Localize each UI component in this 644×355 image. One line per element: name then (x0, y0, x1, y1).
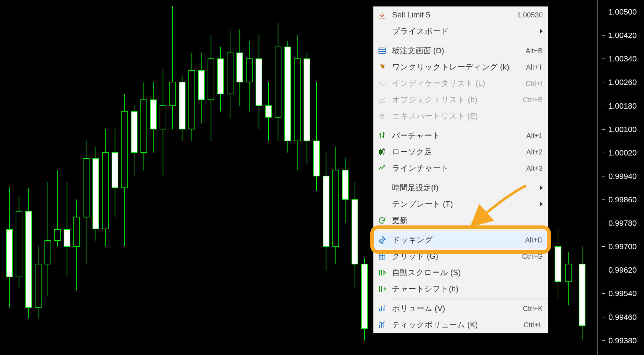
menu-item-shortcut: Alt+D (525, 236, 543, 244)
svg-rect-65 (313, 141, 320, 176)
cap-grey-icon (377, 111, 387, 121)
menu-item-docking[interactable]: ドッキングAlt+D (374, 232, 548, 248)
menu-item-indicator-list: インディケータリスト (L)Ctrl+I (374, 75, 548, 92)
axis-tick-label: 0.99860 (608, 195, 637, 204)
menu-item-grid[interactable]: グリッド (G)Ctrl+G (374, 248, 548, 264)
svg-rect-19 (93, 158, 99, 229)
svg-rect-37 (179, 82, 185, 129)
axis-tick-label: 1.00100 (608, 125, 637, 134)
axis-tick-label: 1.00260 (608, 78, 637, 87)
menu-item-timeframes[interactable]: 時間足設定(f) (374, 180, 548, 196)
autoscroll-icon (377, 268, 387, 278)
menu-item-shortcut: Ctrl+K (523, 305, 543, 313)
axis-tick-label: 1.00020 (608, 148, 637, 158)
svg-rect-96 (383, 149, 385, 153)
volume-icon (377, 304, 387, 313)
list-icon (377, 46, 387, 56)
menu-item-label: Sell Limit 5 (392, 10, 514, 20)
menu-item-tick-volumes[interactable]: ティックボリューム (K)Ctrl+L (374, 317, 548, 333)
axis-tick-label: 0.99380 (608, 336, 637, 345)
menu-item-label: ラインチャート (392, 163, 523, 174)
menu-separator (391, 126, 548, 126)
menu-item-price-board[interactable]: プライスボード (374, 23, 548, 39)
menu-item-label: エキスパートリスト (E) (392, 111, 543, 121)
line-green-icon (377, 163, 387, 173)
svg-rect-39 (189, 70, 195, 129)
menu-item-one-click-trading[interactable]: ワンクリックトレーディング (k)Alt+T (374, 59, 548, 75)
svg-rect-41 (198, 70, 204, 100)
menu-item-sell-limit[interactable]: Sell Limit 51.00530 (374, 7, 548, 23)
axis-tick-label: 0.99700 (608, 242, 637, 251)
menu-item-label: チャートシフト(h) (392, 284, 543, 294)
menu-item-volumes[interactable]: ボリューム (V)Ctrl+K (374, 300, 548, 317)
menu-separator (391, 230, 548, 230)
svg-rect-45 (218, 59, 224, 94)
menu-item-label: オブジェクトリスト (b) (392, 94, 519, 105)
menu-item-label: ローソク足 (392, 147, 523, 157)
menu-item-shortcut: Alt+1 (526, 132, 543, 140)
axis-tick-label: 1.00340 (608, 54, 637, 64)
menu-item-depth-of-market[interactable]: 板注文画面 (D)Alt+B (374, 43, 548, 59)
svg-rect-79 (566, 264, 572, 282)
price-axis: 1.005001.004201.003401.002601.001801.001… (597, 0, 644, 355)
menu-item-bar-chart[interactable]: バーチャートAlt+1 (374, 127, 548, 144)
axis-tick-label: 1.00500 (608, 7, 637, 17)
chart-context-menu[interactable]: Sell Limit 51.00530プライスボード板注文画面 (D)Alt+B… (373, 6, 548, 333)
svg-rect-75 (361, 264, 367, 329)
pin-icon (377, 235, 387, 245)
svg-rect-53 (256, 59, 262, 105)
svg-rect-43 (208, 59, 214, 100)
menu-item-autoscroll[interactable]: 自動スクロール (S) (374, 264, 548, 281)
menu-item-shortcut: Ctrl+B (523, 96, 543, 104)
menu-item-shortcut: Ctrl+L (524, 321, 543, 329)
menu-item-shortcut: Ctrl+G (522, 252, 543, 261)
svg-rect-83 (379, 48, 385, 54)
trend-grey-icon (377, 95, 387, 105)
menu-item-shortcut: Ctrl+I (526, 80, 543, 88)
wave-grey-icon (377, 78, 387, 88)
bar-green-icon (377, 131, 387, 141)
axis-tick-label: 0.99540 (608, 289, 637, 298)
svg-rect-93 (380, 150, 382, 154)
menu-item-label: ドッキング (392, 235, 522, 245)
menu-item-label: テンプレート (T) (392, 199, 537, 209)
svg-rect-1 (6, 229, 12, 277)
axis-tick-label: 1.00180 (608, 102, 637, 111)
tickvol-icon (377, 320, 387, 330)
svg-rect-11 (54, 229, 60, 240)
menu-item-templates[interactable]: テンプレート (T) (374, 196, 548, 212)
svg-rect-15 (74, 217, 80, 247)
svg-rect-69 (333, 170, 339, 246)
blank-icon (377, 199, 387, 209)
svg-rect-35 (170, 82, 176, 105)
svg-rect-67 (323, 176, 329, 246)
menu-item-refresh[interactable]: 更新 (374, 212, 548, 229)
sell-limit-icon (377, 10, 387, 20)
menu-item-chart-shift[interactable]: チャートシフト(h) (374, 281, 548, 297)
submenu-caret-icon (540, 186, 543, 190)
click-icon (377, 62, 387, 72)
menu-item-label: ボリューム (V) (392, 303, 519, 314)
svg-rect-33 (160, 106, 166, 129)
svg-rect-23 (112, 153, 118, 188)
menu-item-shortcut: 1.00530 (517, 11, 543, 19)
grid-icon (377, 251, 387, 261)
svg-rect-31 (150, 100, 156, 129)
menu-separator (391, 41, 548, 41)
svg-rect-17 (83, 158, 89, 217)
svg-rect-29 (141, 100, 147, 153)
submenu-caret-icon (540, 202, 543, 206)
svg-rect-57 (275, 47, 281, 117)
svg-rect-51 (246, 59, 252, 82)
svg-rect-9 (45, 241, 51, 264)
svg-rect-61 (294, 59, 300, 141)
menu-item-candlesticks[interactable]: ローソク足Alt+2 (374, 144, 548, 160)
menu-item-label: ワンクリックトレーディング (k) (392, 62, 522, 72)
svg-rect-82 (379, 18, 385, 18)
menu-item-object-list: オブジェクトリスト (b)Ctrl+B (374, 92, 548, 108)
menu-item-label: バーチャート (392, 130, 523, 141)
svg-rect-59 (285, 47, 291, 141)
menu-item-line-chart[interactable]: ラインチャートAlt+3 (374, 160, 548, 176)
shift-icon (377, 284, 387, 294)
svg-rect-73 (352, 200, 358, 264)
